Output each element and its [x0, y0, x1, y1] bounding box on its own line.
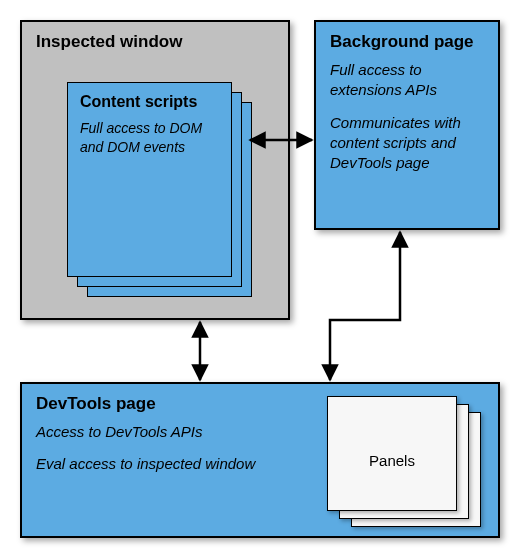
- background-page-title: Background page: [330, 32, 484, 52]
- devtools-page-box: DevTools page Access to DevTools APIs Ev…: [20, 382, 500, 538]
- panels-label: Panels: [340, 452, 444, 469]
- content-scripts-title: Content scripts: [80, 93, 219, 111]
- inspected-window-title: Inspected window: [36, 32, 274, 52]
- content-scripts-box: Content scripts Full access to DOM and D…: [67, 82, 232, 277]
- devtools-page-desc: Eval access to inspected window: [36, 454, 296, 474]
- arrow-background-devtools: [330, 232, 400, 380]
- panels-box: Panels: [327, 396, 457, 511]
- background-page-desc: Communicates with content scripts and De…: [330, 113, 480, 174]
- background-page-box: Background page Full access to extension…: [314, 20, 500, 230]
- background-page-desc: Full access to extensions APIs: [330, 60, 480, 101]
- devtools-page-desc: Access to DevTools APIs: [36, 422, 296, 442]
- content-scripts-desc: Full access to DOM and DOM events: [80, 119, 219, 157]
- panels-stack: Panels: [327, 396, 487, 531]
- inspected-window-box: Inspected window Content scripts Full ac…: [20, 20, 290, 320]
- content-scripts-stack: Content scripts Full access to DOM and D…: [67, 82, 262, 302]
